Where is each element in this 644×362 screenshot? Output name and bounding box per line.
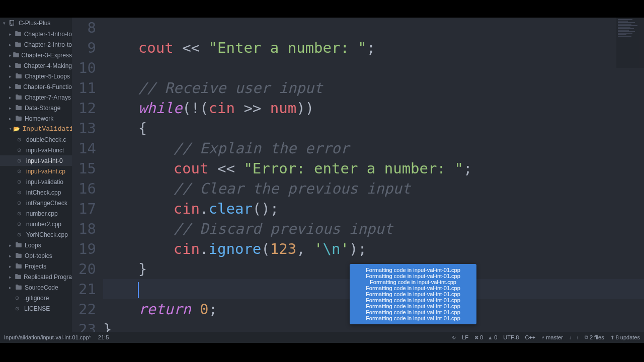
file-item[interactable]: ⊙intCheck.cpp [0, 187, 72, 198]
chevron-right-icon: ▸ [9, 275, 14, 280]
file-icon: ⊙ [17, 200, 24, 206]
chevron-right-icon: ▸ [9, 53, 12, 58]
folder-label: Loops [25, 242, 41, 249]
chevron-right-icon: ▸ [9, 32, 14, 37]
status-language[interactable]: C++ [525, 334, 535, 340]
file-item[interactable]: ⊙doubleCheck.c [0, 134, 72, 145]
notification-line: Formatting code in input-val-int-01.cpp [354, 291, 472, 297]
file-icon: ⊙ [17, 232, 24, 237]
file-item[interactable]: ⊙intRangeCheck [0, 198, 72, 208]
chevron-right-icon: ▸ [9, 264, 14, 269]
folder-item[interactable]: ▸Chapter-4-Making [0, 60, 72, 71]
notification-line: Formatting code in input-val-int-01.cpp [354, 315, 472, 321]
line-number: 22 [72, 299, 96, 319]
arrow-up-icon: ↑ [576, 335, 579, 340]
line-number: 12 [72, 98, 96, 118]
code-line[interactable] [103, 58, 644, 78]
folder-item[interactable]: ▸Chapter-3-Express [0, 50, 72, 60]
warning-icon: ▲ [488, 335, 493, 340]
code-line[interactable]: // Receive user input [103, 78, 644, 98]
folder-item[interactable]: ▸Projects [0, 261, 72, 272]
status-updates[interactable]: ⬆8 updates [610, 334, 640, 340]
file-item[interactable]: ⊙YorNCheck.cpp [0, 229, 72, 240]
folder-label: Replicated Progra [24, 274, 72, 281]
file-item[interactable]: ⊙input-val-int-0 [0, 155, 72, 166]
code-line[interactable]: cin.ignore(123, '\n'); [103, 239, 644, 259]
status-path[interactable]: InputValidation/input-val-int-01.cpp* [4, 334, 91, 340]
code-line[interactable]: cout << "Enter a number: "; [103, 38, 644, 58]
folder-item[interactable]: ▸Loops [0, 240, 72, 250]
code-line[interactable] [103, 18, 644, 38]
code-line[interactable]: // Explain the error [103, 138, 644, 158]
file-icon: ⊙ [17, 190, 24, 195]
folder-item[interactable]: ▸Chapter-7-Arrays [0, 92, 72, 103]
code-line[interactable]: // Discard previous input [103, 219, 644, 239]
folder-item[interactable]: ▸Chapter-1-Intro-to [0, 29, 72, 39]
file-label: doubleCheck.c [26, 136, 66, 143]
file-tree-sidebar[interactable]: ▾ C-Plus-Plus ▸Chapter-1-Intro-to▸Chapte… [0, 18, 72, 343]
status-encoding[interactable]: UTF-8 [503, 334, 519, 340]
line-number: 19 [72, 239, 96, 259]
file-icon: ⊙ [17, 158, 24, 163]
status-refresh-icon[interactable]: ↻ [452, 335, 456, 340]
file-icon: ⊙ [15, 306, 22, 311]
file-label: YorNCheck.cpp [26, 231, 68, 238]
folder-item[interactable]: ▸SourceCode [0, 282, 72, 293]
folder-label: Chapter-2-Intro-to [24, 41, 72, 48]
file-label: input-validatio [26, 178, 63, 186]
status-bar: InputValidation/input-val-int-01.cpp* 21… [0, 332, 644, 343]
folder-label: Projects [25, 263, 46, 270]
chevron-right-icon: ▸ [9, 84, 14, 89]
folder-icon [16, 116, 23, 122]
arrow-down-icon: ↓ [569, 335, 572, 340]
code-line[interactable]: // Clear the previous input [103, 178, 644, 199]
status-cursor[interactable]: 21:5 [98, 334, 109, 340]
line-number: 18 [72, 219, 96, 239]
folder-icon [15, 31, 22, 37]
diff-icon: ⧉ [585, 334, 588, 340]
status-fetch-push[interactable]: ↓ ↑ [569, 334, 579, 340]
folder-item[interactable]: ▸Chapter-5-Loops [0, 71, 72, 81]
folder-icon [16, 285, 23, 291]
line-number: 20 [72, 259, 96, 279]
text-cursor [138, 282, 139, 298]
folder-item[interactable]: ▸Homework [0, 113, 72, 124]
chevron-down-icon: ▾ [9, 126, 12, 132]
file-item[interactable]: ⊙input-val-int.cp [0, 166, 72, 176]
file-label: input-val-funct [26, 147, 64, 154]
code-line[interactable]: cin.clear(); [103, 199, 644, 219]
code-line[interactable]: { [103, 118, 644, 138]
notification-toast[interactable]: Formatting code in input-val-int-01.cppF… [350, 264, 476, 324]
status-git-files[interactable]: ⧉2 files [585, 334, 604, 340]
file-item[interactable]: ⊙number2.cpp [0, 219, 72, 229]
line-number: 16 [72, 178, 96, 199]
code-line[interactable]: while(!(cin >> num)) [103, 98, 644, 118]
chevron-down-icon: ▾ [3, 21, 8, 26]
folder-icon [16, 263, 23, 269]
code-line[interactable]: cout << "Error: enter a number: "; [103, 158, 644, 178]
file-label: intCheck.cpp [26, 189, 61, 196]
file-icon: ⊙ [17, 211, 24, 216]
status-diagnostics[interactable]: ✖0 ▲0 [474, 334, 497, 340]
squirrel-icon: ⬆ [610, 335, 614, 340]
file-item[interactable]: ⊙.gitignore [0, 293, 72, 303]
folder-item[interactable]: ▸Opt-topics [0, 250, 72, 261]
notification-line: Formatting code in input-val-int-01.cpp [354, 303, 472, 309]
folder-item[interactable]: ▸Replicated Progra [0, 272, 72, 282]
project-root[interactable]: ▾ C-Plus-Plus [0, 18, 72, 29]
folder-label: Chapter-3-Express [21, 52, 72, 59]
status-line-ending[interactable]: LF [462, 334, 468, 340]
file-item[interactable]: ⊙LICENSE [0, 303, 72, 314]
folder-inputvalidation[interactable]: ▾ 📂 InputValidation [0, 124, 72, 134]
status-branch[interactable]: ⑂master [541, 334, 563, 340]
file-item[interactable]: ⊙input-val-funct [0, 145, 72, 155]
line-number: 8 [72, 18, 96, 38]
folder-icon [13, 52, 19, 58]
folder-item[interactable]: ▸Chapter-6-Functio [0, 81, 72, 92]
file-item[interactable]: ⊙number.cpp [0, 208, 72, 219]
file-item[interactable]: ⊙input-validatio [0, 176, 72, 187]
folder-open-icon: 📂 [13, 126, 20, 132]
folder-item[interactable]: ▸Chapter-2-Intro-to [0, 39, 72, 50]
folder-item[interactable]: ▸Data-Storage [0, 103, 72, 113]
minimap[interactable] [616, 18, 644, 68]
